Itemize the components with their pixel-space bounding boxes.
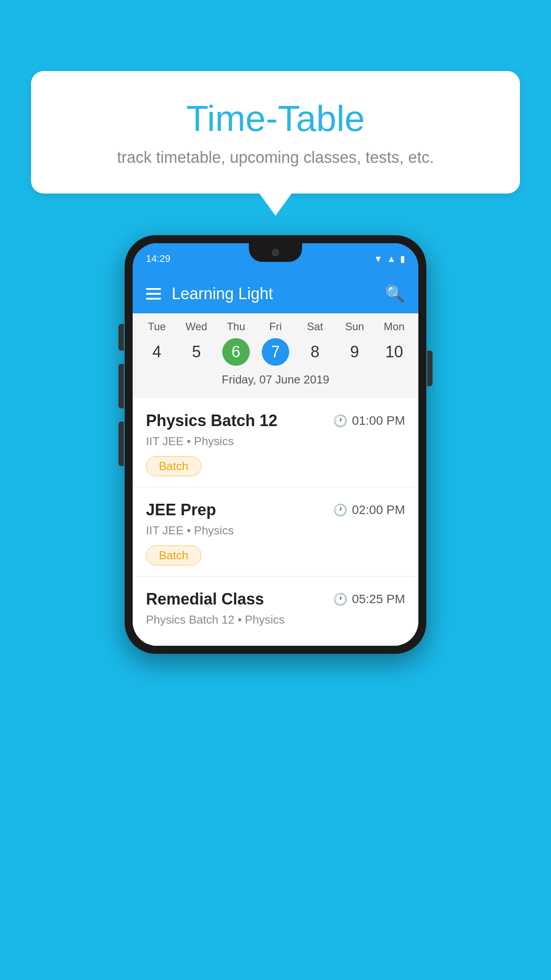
schedule-title-3: Remedial Class [146,590,264,609]
schedule-time-3: 🕐 05:25 PM [333,592,405,606]
date-row: 4 5 6 7 8 9 10 [133,336,418,369]
clock-icon-2: 🕐 [333,503,347,517]
volume-down-button [118,364,124,408]
phone-screen: 14:29 ▼ ▲ ▮ Learning [133,243,418,646]
status-time: 14:29 [146,253,170,265]
hamburger-line-2 [146,293,161,295]
schedule-subtitle-3: Physics Batch 12 • Physics [146,613,405,627]
day-headers: Tue Wed Thu Fri Sat Sun Mon [133,313,418,336]
schedule-item-2-header: JEE Prep 🕐 02:00 PM [146,501,405,519]
app-bar-left: Learning Light [146,285,273,303]
menu-button[interactable] [146,288,161,300]
selected-date-label: Friday, 07 June 2019 [133,369,418,391]
date-10[interactable]: 10 [374,338,414,366]
search-icon[interactable]: 🔍 [385,285,405,303]
bubble-title: Time-Table [67,98,484,139]
wifi-icon: ▼ [374,254,382,264]
schedule-time-value-2: 02:00 PM [352,503,405,517]
batch-badge-1: Batch [146,456,201,476]
schedule-subtitle-2: IIT JEE • Physics [146,524,405,537]
schedule-item-1[interactable]: Physics Batch 12 🕐 01:00 PM IIT JEE • Ph… [133,398,418,487]
schedule-time-2: 🕐 02:00 PM [333,503,405,517]
phone-mockup: 14:29 ▼ ▲ ▮ Learning [125,235,426,654]
schedule-title-1: Physics Batch 12 [146,411,277,430]
schedule-item-3[interactable]: Remedial Class 🕐 05:25 PM Physics Batch … [133,577,418,646]
status-bar: 14:29 ▼ ▲ ▮ [133,243,418,274]
silent-button [118,422,124,466]
day-fri: Fri [256,320,295,333]
date-6-today[interactable]: 6 [222,338,250,366]
date-9[interactable]: 9 [335,338,374,366]
phone-outer-frame: 14:29 ▼ ▲ ▮ Learning [125,235,426,654]
day-mon: Mon [374,320,414,333]
batch-badge-2: Batch [146,545,201,565]
schedule-item-1-header: Physics Batch 12 🕐 01:00 PM [146,411,405,430]
calendar-section: Tue Wed Thu Fri Sat Sun Mon 4 5 6 7 8 9 … [133,313,418,398]
date-5[interactable]: 5 [177,338,216,366]
schedule-time-value-3: 05:25 PM [352,592,405,606]
clock-icon-1: 🕐 [333,414,347,428]
hamburger-line-1 [146,288,161,290]
power-button [427,351,433,386]
schedule-item-3-header: Remedial Class 🕐 05:25 PM [146,590,405,609]
schedule-item-2[interactable]: JEE Prep 🕐 02:00 PM IIT JEE • Physics Ba… [133,487,418,577]
day-wed: Wed [177,320,216,333]
date-4[interactable]: 4 [137,338,177,366]
notch [249,243,302,262]
speech-bubble-container: Time-Table track timetable, upcoming cla… [31,71,520,194]
schedule-title-2: JEE Prep [146,501,216,519]
battery-icon: ▮ [400,253,405,264]
date-8[interactable]: 8 [295,338,335,366]
schedule-time-value-1: 01:00 PM [352,414,405,428]
front-camera [272,249,279,256]
clock-icon-3: 🕐 [333,593,347,606]
app-bar: Learning Light 🔍 [133,274,418,313]
schedule-subtitle-1: IIT JEE • Physics [146,435,405,448]
date-7-selected[interactable]: 7 [262,338,289,366]
day-thu: Thu [216,320,256,333]
speech-bubble: Time-Table track timetable, upcoming cla… [31,71,520,194]
day-tue: Tue [137,320,177,333]
hamburger-line-3 [146,298,161,300]
day-sat: Sat [295,320,335,333]
day-sun: Sun [335,320,374,333]
volume-up-button [118,324,124,351]
schedule-time-1: 🕐 01:00 PM [333,414,405,428]
status-icons: ▼ ▲ ▮ [374,253,405,264]
signal-icon: ▲ [387,254,396,264]
schedule-list: Physics Batch 12 🕐 01:00 PM IIT JEE • Ph… [133,398,418,646]
app-title: Learning Light [172,285,273,303]
bubble-subtitle: track timetable, upcoming classes, tests… [67,148,484,167]
